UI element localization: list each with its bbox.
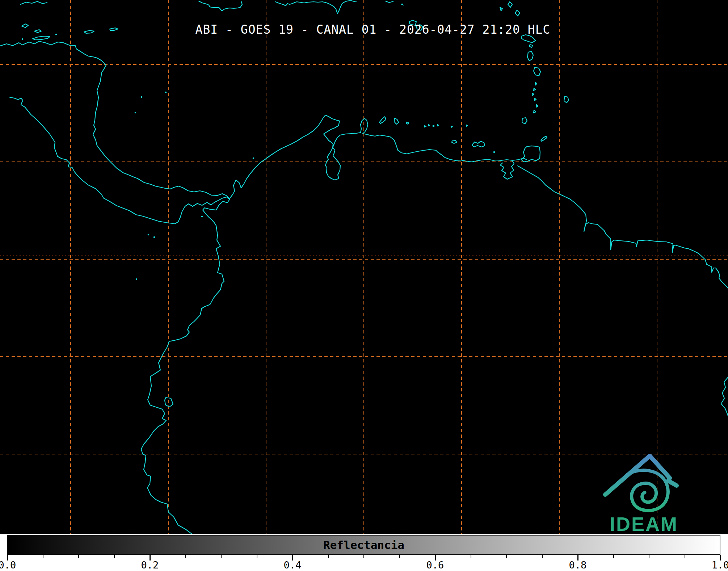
colorbar-minor-tick: [542, 555, 543, 558]
island-tobago: [541, 136, 547, 141]
coast-guiana: [518, 166, 728, 288]
island-puna: [165, 398, 173, 407]
colorbar-label: Reflectancia: [323, 538, 404, 551]
ideam-logo: IDEAM: [605, 456, 678, 534]
island-la-tortuga: [452, 140, 457, 143]
islet-dot: [401, 4, 403, 5]
colorbar-minor-tick: [399, 555, 400, 558]
island-st-lucia: [527, 51, 533, 61]
colorbar-tick-label: 0.2: [141, 559, 159, 571]
coast-pacific-centralamerica-southamerica: [9, 97, 230, 534]
islet-dot: [153, 236, 155, 238]
coast-honduras-nicaragua-panama-caribbean: [0, 41, 230, 199]
islet-dot: [201, 216, 203, 218]
colorbar-minor-tick: [649, 555, 649, 558]
colorbar-minor-tick: [613, 555, 614, 558]
island-jamaica: [199, 1, 242, 11]
islet-dot: [253, 158, 254, 159]
coast-orinoco-delta-channels: [500, 161, 514, 179]
ideam-logo-text: IDEAM: [610, 513, 678, 534]
island-barbados: [564, 96, 569, 103]
colorbar-tick-label: 0.4: [284, 559, 302, 571]
island-bonaire: [406, 122, 409, 124]
colorbar-minor-tick: [221, 555, 222, 558]
colorbar-minor-tick: [114, 555, 115, 558]
map-canvas: IDEAM: [0, 0, 728, 534]
colorbar-minor-tick: [328, 555, 329, 558]
islands-puertorico-fragments: [386, 1, 403, 5]
island-grenada: [522, 118, 527, 124]
islands-los-roques: [425, 125, 468, 127]
islet-dot: [493, 151, 495, 153]
colorbar-minor-tick: [685, 555, 685, 558]
colorbar-tick-labels: 0.00.20.40.60.81.0: [0, 559, 728, 571]
islet-dot: [22, 38, 24, 40]
mountain-roof-icon: [605, 456, 677, 495]
colorbar-minor-tick: [257, 555, 257, 558]
colorbar-tick-label: 0.8: [569, 559, 587, 571]
islet-dot: [55, 34, 57, 35]
islet-dot: [141, 96, 143, 98]
islets-northwest: [21, 1, 47, 33]
colorbar-minor-tick: [506, 555, 507, 558]
islands-grenadines: [532, 82, 538, 113]
colorbar-tick-label: 1.0: [712, 559, 728, 571]
island-st-vincent: [534, 67, 540, 76]
coast-hispaniola-south: [275, 1, 357, 14]
map-title: ABI - GOES 19 - CANAL 01 - 2026-04-27 21…: [195, 22, 551, 37]
island-curacao: [394, 118, 399, 124]
colorbar-minor-tick: [43, 555, 43, 558]
colorbar-minor-tick: [185, 555, 186, 558]
islands-dominica-chain: [500, 2, 520, 16]
islet-dot: [136, 278, 138, 280]
hurricane-spiral-icon: [627, 470, 668, 511]
island-trinidad: [521, 146, 540, 162]
island-aruba: [379, 117, 386, 123]
coast-right-edge-fragment: [721, 377, 728, 416]
island-margarita: [472, 141, 485, 147]
screenshot-root: IDEAM ABI - GOES 19 - CANAL 01 - 2026-04…: [0, 0, 728, 571]
colorbar-minor-tick: [471, 555, 471, 558]
islands-honduras-bay: [33, 28, 118, 40]
colorbar-tick-label: 0.0: [0, 559, 16, 571]
coast-colombia-venezuela-caribbean: [230, 115, 527, 199]
colorbar-minor-tick: [78, 555, 79, 558]
colorbar-minor-tick: [363, 555, 364, 558]
islet-dot: [135, 112, 136, 114]
islet-dot: [165, 92, 167, 93]
graticule-gridlines: [0, 0, 728, 534]
colorbar-tick-label: 0.6: [426, 559, 444, 571]
reflectance-colorbar: Reflectancia: [7, 535, 720, 555]
satellite-map: IDEAM ABI - GOES 19 - CANAL 01 - 2026-04…: [0, 0, 728, 534]
island-martinique: [521, 35, 535, 47]
islet-dot: [148, 234, 150, 236]
